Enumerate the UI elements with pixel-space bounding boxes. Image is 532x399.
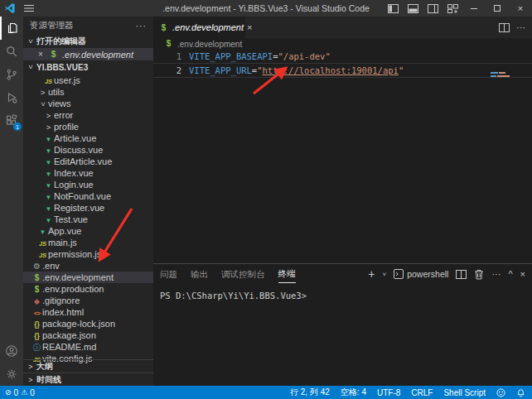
tree-item[interactable]: EditArticle.vue [23,156,153,167]
code-text: VITE_APP_URL="http://localhost:19001/api… [181,65,404,75]
tree-item[interactable]: README.md [23,341,153,353]
activity-bar: 1 [0,17,23,386]
problems-status[interactable]: ⊘ 0 ⚠ 0 [5,388,35,397]
open-editor-item[interactable]: × .env.development [23,48,153,60]
status-item[interactable]: Shell Script [443,388,486,397]
tree-item[interactable]: Test.vue [23,214,153,225]
file-type-icon [37,88,48,97]
terminal-shell-select[interactable]: powershell [394,269,448,279]
tree-item[interactable]: user.js [23,75,153,86]
minimize-button[interactable] [462,0,486,17]
file-type-icon [43,215,54,224]
close-window-button[interactable]: × [509,0,532,17]
extensions-icon[interactable]: 1 [0,109,23,132]
file-type-icon [31,331,42,340]
terminal-dropdown-chevron-icon[interactable]: ˅ [383,271,387,278]
tree-item-label: utils [48,87,65,97]
tree-item-label: Test.vue [54,214,88,224]
tree-item[interactable]: package-lock.json [23,318,153,329]
open-editors-section[interactable]: > 打开的编辑器 [23,35,153,48]
tree-item[interactable]: permission.js [23,248,153,260]
close-tab-icon[interactable]: × [247,22,252,32]
account-icon[interactable] [0,339,23,363]
tree-item-label: README.md [42,342,96,352]
panel-more-icon[interactable]: ··· [491,269,501,279]
error-icon: ⊘ [5,388,12,397]
tree-item[interactable]: .env [23,260,153,272]
tree-item-label: Article.vue [54,133,96,143]
tree-item[interactable]: Article.vue [23,132,153,144]
sidebar-title: 资源管理器 [30,20,74,31]
tree-item[interactable]: .gitignore [23,295,153,306]
bottom-panel: 问题 输出 调试控制台 终端 + ˅ powershell [153,263,532,386]
toggle-secondary-sidebar-icon[interactable] [423,0,443,17]
tree-item-label: permission.js [48,249,101,259]
status-item[interactable]: UTF-8 [377,388,400,397]
code-line[interactable]: 1 VITE_APP_BASEAPI="/api-dev" [153,50,532,63]
tree-item-label: Login.vue [54,180,94,190]
split-editor-icon[interactable] [499,23,510,32]
source-control-icon[interactable] [0,63,23,86]
panel-tab[interactable]: 调试控制台 [221,266,265,283]
tree-item[interactable]: .env.production [23,283,153,295]
close-panel-icon[interactable]: × [520,269,525,279]
panel-tab[interactable]: 输出 [191,266,208,283]
tree-item[interactable]: utils [23,86,153,98]
status-item[interactable]: 空格: 4 [341,387,366,398]
breadcrumb-file[interactable]: .env.development [177,40,242,49]
tree-item[interactable]: views [23,98,153,109]
breadcrumb[interactable]: .env.development [153,38,532,50]
notifications-bell-icon[interactable] [516,387,525,397]
tree-item-label: main.js [48,238,77,248]
tree-item[interactable]: index.html [23,306,153,318]
terminal-output[interactable]: PS D:\CSharp\Yi\Yi.BBS.Vue3> [153,284,532,386]
file-type-icon [31,285,42,294]
outline-section[interactable]: > 大纲 [23,359,153,373]
kill-terminal-icon[interactable] [474,269,484,280]
chevron-right-icon: > [27,376,35,384]
tree-item[interactable]: Discuss.vue [23,144,153,156]
panel-tab[interactable]: 终端 [278,265,296,283]
run-debug-icon[interactable] [0,86,23,109]
more-actions-icon[interactable]: ··· [516,22,525,32]
tree-item[interactable]: main.js [23,237,153,248]
timeline-section[interactable]: > 时间线 [23,373,153,386]
settings-gear-icon[interactable] [0,363,23,386]
tree-item[interactable]: Login.vue [23,179,153,190]
maximize-panel-icon[interactable]: ^ [508,269,512,279]
toggle-panel-icon[interactable] [403,0,423,17]
extensions-badge: 1 [13,123,22,131]
tree-item[interactable]: App.vue [23,225,153,237]
tree-item-label: error [54,110,73,120]
tree-item-label: package-lock.json [42,319,115,329]
code-line[interactable]: 2 VITE_APP_URL="http://localhost:19001/a… [153,63,532,78]
tree-item[interactable]: NotFound.vue [23,190,153,202]
toggle-sidebar-icon[interactable] [383,0,403,17]
customize-layout-icon[interactable] [443,0,462,17]
tab-env-development[interactable]: .env.development × [153,17,246,38]
explorer-icon[interactable] [0,17,23,40]
tree-item[interactable]: Index.vue [23,167,153,179]
tree-item[interactable]: Register.vue [23,202,153,214]
sidebar-actions-icon[interactable]: ··· [136,21,148,31]
line-number: 2 [153,65,181,75]
tree-item[interactable]: package.json [23,329,153,341]
panel-tab[interactable]: 问题 [160,266,177,283]
file-type-icon [43,134,54,143]
project-section-header[interactable]: > YI.BBS.VUE3 [23,60,153,74]
feedback-smiley-icon[interactable] [496,388,505,397]
search-icon[interactable] [0,40,23,63]
close-icon[interactable]: × [38,50,45,59]
split-terminal-icon[interactable] [456,270,467,279]
status-item[interactable]: CRLF [411,388,433,397]
menu-icon[interactable] [20,4,38,12]
minimap[interactable] [491,72,515,79]
maximize-button[interactable] [486,0,509,17]
new-terminal-icon[interactable]: + [368,268,375,280]
file-type-icon [43,76,54,85]
code-editor[interactable]: 1 VITE_APP_BASEAPI="/api-dev" 2 VITE_APP… [153,50,532,263]
tree-item[interactable]: profile [23,121,153,132]
tree-item[interactable]: error [23,109,153,121]
tree-item[interactable]: .env.development [23,272,153,283]
status-item[interactable]: 行 2, 列 42 [290,387,330,398]
